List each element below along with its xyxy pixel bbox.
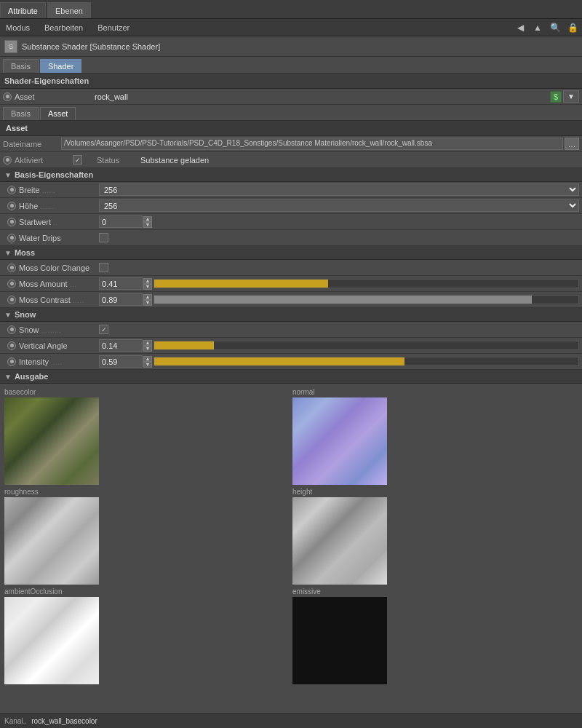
moss-contrast-arrows: ▲ ▼: [143, 294, 152, 306]
emissive-preview[interactable]: [292, 597, 387, 684]
breite-radio[interactable]: [7, 186, 16, 194]
tab-shader[interactable]: Shader: [40, 59, 81, 73]
height-preview[interactable]: [292, 497, 387, 585]
startwert-up[interactable]: ▲: [143, 216, 152, 222]
search-icon[interactable]: 🔍: [549, 21, 562, 34]
menu-modus[interactable]: Modus: [3, 22, 33, 33]
menu-benutzer[interactable]: Benutzer: [95, 22, 132, 33]
startwert-radio[interactable]: [7, 218, 16, 226]
intensity-up[interactable]: ▲: [143, 356, 152, 362]
moss-amount-down[interactable]: ▼: [143, 284, 152, 290]
moss-amount-arrows: ▲ ▼: [143, 278, 152, 290]
moss-contrast-radio[interactable]: [7, 296, 16, 304]
intensity-row: Intensity ..... ▲ ▼: [0, 354, 582, 370]
shader-icon: S: [4, 40, 17, 53]
tab-attribute[interactable]: Attribute: [0, 2, 46, 18]
main-content: Shader-Eigenschaften Asset rock_wall $ ▼…: [0, 74, 582, 728]
snow-checkbox[interactable]: ✓: [99, 325, 108, 334]
aktiviert-row: Aktiviert ✓ Status Substance geladen: [0, 152, 582, 168]
moss-contrast-input[interactable]: [99, 293, 143, 306]
intensity-radio[interactable]: [7, 357, 16, 366]
moss-contrast-row: Moss Contrast ..... ▲ ▼: [0, 292, 582, 308]
snow-radio[interactable]: [7, 325, 16, 334]
vertical-angle-radio[interactable]: [7, 341, 16, 350]
dateiname-browse-btn[interactable]: …: [565, 138, 579, 150]
collapse-arrow-snow: ▼: [4, 311, 12, 319]
moss-collapse[interactable]: ▼ Moss: [0, 246, 582, 260]
ao-preview[interactable]: [4, 597, 99, 684]
title-text: Substance Shader [Substance Shader]: [22, 42, 160, 51]
arrow-up-icon[interactable]: ▲: [531, 21, 544, 34]
ausgabe-collapse[interactable]: ▼ Ausgabe: [0, 370, 582, 384]
startwert-down[interactable]: ▼: [143, 222, 152, 228]
moss-color-change-label: Moss Color Change: [19, 264, 99, 272]
intensity-input[interactable]: [99, 355, 143, 368]
water-drips-checkbox[interactable]: [99, 233, 108, 242]
moss-contrast-label: Moss Contrast .....: [19, 296, 99, 304]
dateiname-row: Dateiname /Volumes/Asanger/PSD/PSD-Tutor…: [0, 136, 582, 152]
vertical-angle-fill: [154, 341, 214, 349]
basecolor-label: basecolor: [4, 388, 290, 396]
roughness-preview[interactable]: [4, 497, 99, 585]
arrow-left-icon[interactable]: ◀: [514, 21, 527, 34]
moss-amount-up[interactable]: ▲: [143, 278, 152, 284]
sub-tab-bar: Basis Shader: [0, 57, 582, 74]
moss-contrast-down[interactable]: ▼: [143, 300, 152, 306]
menu-bearbeiten[interactable]: Bearbeiten: [41, 22, 86, 33]
status-value: Substance geladen: [140, 156, 209, 165]
aktiviert-checkbox[interactable]: ✓: [73, 155, 82, 165]
lock-icon[interactable]: 🔒: [566, 21, 579, 34]
ausgabe-label: Ausgabe: [15, 372, 48, 381]
moss-contrast-stepper: ▲ ▼: [99, 293, 152, 306]
moss-amount-input[interactable]: [99, 277, 143, 290]
tab-asset-asset[interactable]: Asset: [40, 107, 76, 120]
asset-dollar-btn[interactable]: $: [550, 91, 562, 103]
title-bar: S Substance Shader [Substance Shader]: [0, 36, 582, 57]
hoehe-select[interactable]: 256 512 1024: [99, 199, 579, 212]
moss-amount-radio[interactable]: [7, 280, 16, 288]
water-drips-radio[interactable]: [7, 234, 16, 242]
intensity-down[interactable]: ▼: [143, 362, 152, 368]
height-label: height: [292, 488, 578, 496]
texture-ao: ambientOcclusion: [4, 587, 290, 684]
hoehe-radio[interactable]: [7, 202, 16, 210]
moss-contrast-slider[interactable]: [154, 295, 579, 304]
collapse-arrow-basis: ▼: [4, 171, 12, 179]
vertical-angle-up[interactable]: ▲: [143, 340, 152, 346]
startwert-label: Startwert ..: [19, 218, 99, 226]
basis-eigenschaften-collapse[interactable]: ▼ Basis-Eigenschaften: [0, 168, 582, 182]
startwert-row: Startwert .. ▲ ▼: [0, 214, 582, 230]
snow-collapse[interactable]: ▼ Snow: [0, 308, 582, 322]
intensity-slider[interactable]: [154, 357, 579, 366]
startwert-arrows: ▲ ▼: [143, 216, 152, 228]
tab-asset-basis[interactable]: Basis: [3, 107, 39, 120]
moss-color-change-radio[interactable]: [7, 264, 16, 272]
breite-select[interactable]: 256 512 1024: [99, 183, 579, 196]
moss-contrast-up[interactable]: ▲: [143, 294, 152, 300]
aktiviert-radio[interactable]: [3, 156, 12, 165]
tab-basis[interactable]: Basis: [3, 59, 39, 73]
texture-basecolor: basecolor: [4, 388, 290, 485]
moss-amount-slider[interactable]: [154, 279, 579, 288]
tab-ebenen[interactable]: Ebenen: [47, 2, 91, 18]
moss-label: Moss: [15, 248, 35, 257]
menu-bar-left: Modus Bearbeiten Benutzer: [3, 22, 132, 33]
moss-color-change-checkbox[interactable]: [99, 263, 108, 272]
status-label: Status: [97, 156, 140, 165]
dateiname-value[interactable]: /Volumes/Asanger/PSD/PSD-Tutorials/PSD_C…: [61, 138, 563, 150]
basecolor-preview[interactable]: [4, 397, 99, 485]
vertical-angle-input[interactable]: [99, 339, 143, 352]
status-bar: Kanal.. rock_wall_basecolor: [0, 713, 582, 728]
emissive-label: emissive: [292, 587, 578, 596]
texture-height: height: [292, 488, 578, 585]
asset-label: Asset: [15, 92, 95, 101]
hoehe-row: Höhe ...... 256 512 1024: [0, 198, 582, 214]
asset-arrow-btn[interactable]: ▼: [563, 90, 579, 103]
vertical-angle-slider[interactable]: [154, 341, 579, 350]
vertical-angle-down[interactable]: ▼: [143, 346, 152, 352]
water-drips-label: Water Drips: [19, 234, 99, 242]
collapse-arrow-ausgabe: ▼: [4, 373, 12, 381]
normal-preview[interactable]: [292, 397, 387, 485]
asset-radio[interactable]: [3, 92, 12, 101]
startwert-input[interactable]: [99, 215, 143, 228]
